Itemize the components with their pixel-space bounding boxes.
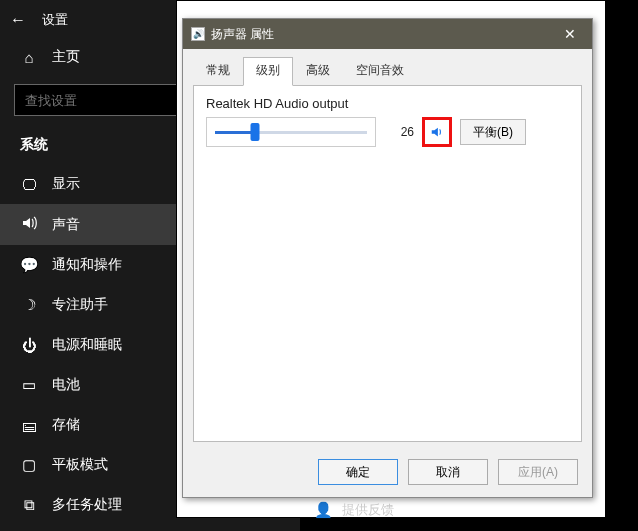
speaker-icon: 🔊 bbox=[191, 27, 205, 41]
tablet-icon: ▢ bbox=[20, 456, 38, 474]
tabbar: 常规 级别 高级 空间音效 bbox=[183, 49, 592, 86]
multitask-icon: ⧉ bbox=[20, 496, 38, 514]
sound-icon bbox=[20, 215, 38, 234]
tab-spatial[interactable]: 空间音效 bbox=[343, 57, 417, 86]
ok-button[interactable]: 确定 bbox=[318, 459, 398, 485]
battery-icon: ▭ bbox=[20, 376, 38, 394]
storage-icon: 🖴 bbox=[20, 417, 38, 434]
mute-button[interactable] bbox=[426, 121, 448, 143]
nav-notifications-label: 通知和操作 bbox=[52, 256, 122, 274]
nav-multitask-label: 多任务处理 bbox=[52, 496, 122, 514]
display-icon: 🖵 bbox=[20, 176, 38, 193]
nav-display-label: 显示 bbox=[52, 175, 80, 193]
nav-focus-label: 专注助手 bbox=[52, 296, 108, 314]
nav-battery-label: 电池 bbox=[52, 376, 80, 394]
home-label: 主页 bbox=[52, 48, 80, 66]
balance-button[interactable]: 平衡(B) bbox=[460, 119, 526, 145]
dialog-buttons: 确定 取消 应用(A) bbox=[183, 451, 592, 497]
back-arrow-icon[interactable]: ← bbox=[10, 11, 26, 29]
feedback-icon: 👤 bbox=[314, 501, 332, 519]
nav-power-label: 电源和睡眠 bbox=[52, 336, 122, 354]
nav-sound-label: 声音 bbox=[52, 216, 80, 234]
close-icon[interactable]: ✕ bbox=[548, 19, 592, 49]
nav-storage-label: 存储 bbox=[52, 416, 80, 434]
speaker-properties-dialog: 🔊 扬声器 属性 ✕ 常规 级别 高级 空间音效 Realtek HD Audi… bbox=[182, 18, 593, 498]
notifications-icon: 💬 bbox=[20, 256, 38, 274]
tab-advanced[interactable]: 高级 bbox=[293, 57, 343, 86]
tab-levels[interactable]: 级别 bbox=[243, 57, 293, 86]
tab-general[interactable]: 常规 bbox=[193, 57, 243, 86]
home-icon: ⌂ bbox=[20, 49, 38, 66]
volume-value: 26 bbox=[384, 125, 414, 139]
tab-content-levels: Realtek HD Audio output 26 平衡(B) bbox=[193, 85, 582, 442]
slider-track bbox=[215, 131, 367, 134]
focus-icon: ☽ bbox=[20, 296, 38, 314]
nav-tablet-label: 平板模式 bbox=[52, 456, 108, 474]
volume-slider[interactable] bbox=[206, 117, 376, 147]
dialog-title: 扬声器 属性 bbox=[211, 26, 274, 43]
slider-fill bbox=[215, 131, 255, 134]
apply-button: 应用(A) bbox=[498, 459, 578, 485]
feedback-label: 提供反馈 bbox=[342, 501, 394, 519]
feedback-row[interactable]: 👤 提供反馈 bbox=[300, 495, 408, 525]
cancel-button[interactable]: 取消 bbox=[408, 459, 488, 485]
device-name: Realtek HD Audio output bbox=[206, 96, 569, 111]
mute-highlight bbox=[422, 117, 452, 147]
settings-title: 设置 bbox=[42, 11, 68, 29]
slider-thumb[interactable] bbox=[250, 123, 259, 141]
volume-row: 26 平衡(B) bbox=[206, 117, 569, 147]
power-icon: ⏻ bbox=[20, 337, 38, 354]
dialog-titlebar[interactable]: 🔊 扬声器 属性 ✕ bbox=[183, 19, 592, 49]
